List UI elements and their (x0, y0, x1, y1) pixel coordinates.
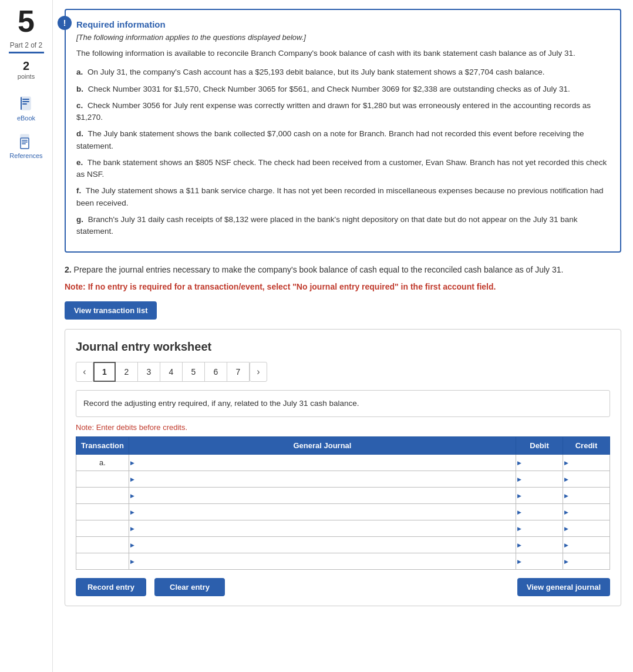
page-5-button[interactable]: 5 (183, 362, 205, 382)
page-7-button[interactable]: 7 (227, 362, 250, 382)
worksheet-container: Journal entry worksheet ‹ 1 2 3 4 5 6 7 … (65, 329, 621, 606)
credit-input-cell[interactable] (563, 520, 610, 537)
debit-input-cell[interactable] (516, 471, 563, 488)
page-2-button[interactable]: 2 (116, 362, 138, 382)
credit-input-cell[interactable] (563, 471, 610, 488)
journal-input-cell[interactable] (129, 488, 516, 504)
header-transaction: Transaction (76, 437, 129, 455)
credit-input-cell[interactable] (563, 504, 610, 520)
journal-input-cell[interactable] (129, 537, 516, 553)
ebook-icon (16, 93, 37, 115)
ebook-label: eBook (17, 115, 35, 122)
header-credit: Credit (563, 437, 610, 455)
references-label: References (9, 152, 42, 159)
journal-input-cell[interactable] (129, 455, 516, 471)
debit-input[interactable] (516, 471, 563, 487)
references-icon (15, 131, 36, 152)
credit-input[interactable] (563, 504, 610, 520)
journal-input[interactable] (129, 471, 516, 487)
header-journal: General Journal (129, 437, 516, 455)
prev-page-button[interactable]: ‹ (76, 362, 93, 382)
transaction-label (76, 471, 129, 488)
debit-input-cell[interactable] (516, 537, 563, 553)
description-box: Record the adjusting entry required, if … (76, 390, 610, 417)
transaction-label (76, 504, 129, 520)
view-transaction-section: View transaction list (65, 301, 621, 320)
debit-input-cell[interactable] (516, 488, 563, 504)
credit-input[interactable] (563, 488, 610, 503)
credit-input[interactable] (563, 520, 610, 536)
references-button[interactable]: References (9, 131, 42, 159)
svg-rect-2 (22, 101, 29, 102)
journal-input-cell[interactable] (129, 504, 516, 520)
svg-rect-7 (22, 140, 28, 141)
journal-input[interactable] (129, 537, 516, 553)
credit-input-cell[interactable] (563, 553, 610, 570)
view-general-journal-button[interactable]: View general journal (517, 578, 610, 596)
list-item: d. The July bank statement shows the ban… (76, 128, 610, 152)
debit-input-cell[interactable] (516, 455, 563, 471)
debit-input[interactable] (516, 455, 563, 471)
debit-input[interactable] (516, 537, 563, 553)
list-item: f. The July statement shows a $11 bank s… (76, 185, 610, 209)
transaction-label (76, 520, 129, 537)
ebook-button[interactable]: eBook (16, 93, 37, 122)
svg-rect-3 (22, 103, 27, 105)
next-page-button[interactable]: › (250, 362, 267, 382)
debit-input[interactable] (516, 504, 563, 520)
transaction-label (76, 488, 129, 504)
journal-input[interactable] (129, 553, 516, 569)
list-item: g. Branch's July 31 daily cash receipts … (76, 214, 610, 238)
info-icon: ! (58, 16, 72, 30)
sidebar-points: 2 (23, 59, 29, 73)
view-transaction-button[interactable]: View transaction list (65, 301, 157, 320)
debit-input-cell[interactable] (516, 520, 563, 537)
header-debit: Debit (516, 437, 563, 455)
journal-table: Transaction General Journal Debit Credit… (76, 436, 610, 570)
credit-input[interactable] (563, 553, 610, 569)
sidebar-part: Part 2 of 2 (10, 41, 42, 49)
debit-input[interactable] (516, 488, 563, 503)
journal-input-cell[interactable] (129, 471, 516, 488)
journal-input[interactable] (129, 455, 516, 471)
transaction-label (76, 537, 129, 553)
credit-input[interactable] (563, 471, 610, 487)
page-6-button[interactable]: 6 (205, 362, 227, 382)
page-4-button[interactable]: 4 (160, 362, 183, 382)
clear-entry-button[interactable]: Clear entry (154, 578, 225, 596)
debit-input-cell[interactable] (516, 553, 563, 570)
list-item: e. The bank statement shows an $805 NSF … (76, 157, 610, 181)
credit-input[interactable] (563, 537, 610, 553)
svg-rect-9 (22, 143, 26, 145)
pagination: ‹ 1 2 3 4 5 6 7 › (76, 362, 610, 382)
journal-input[interactable] (129, 520, 516, 536)
journal-input[interactable] (129, 488, 516, 503)
page-3-button[interactable]: 3 (138, 362, 160, 382)
table-row (76, 520, 610, 537)
credit-input-cell[interactable] (563, 455, 610, 471)
page-1-button[interactable]: 1 (93, 362, 116, 382)
note-debits: Note: Enter debits before credits. (76, 423, 610, 432)
journal-input-cell[interactable] (129, 553, 516, 570)
credit-input-cell[interactable] (563, 488, 610, 504)
journal-input[interactable] (129, 504, 516, 520)
credit-input[interactable] (563, 455, 610, 471)
sidebar-number: 5 (18, 6, 35, 36)
debit-input-cell[interactable] (516, 504, 563, 520)
transaction-label: a. (76, 455, 129, 471)
journal-input-cell[interactable] (129, 520, 516, 537)
question-text: 2. Prepare the journal entries necessary… (65, 263, 621, 276)
info-box: ! Required information [The following in… (65, 9, 621, 253)
debit-input[interactable] (516, 553, 563, 569)
info-box-title: Required information (76, 19, 610, 29)
table-row: a. (76, 455, 610, 471)
info-box-subtitle: [The following information applies to th… (76, 33, 610, 42)
debit-input[interactable] (516, 520, 563, 536)
sidebar: 5 Part 2 of 2 2 points eBook (0, 0, 53, 672)
main-content: ! Required information [The following in… (53, 0, 633, 672)
credit-input-cell[interactable] (563, 537, 610, 553)
svg-rect-8 (22, 142, 28, 143)
question-note: Note: If no entry is required for a tran… (65, 280, 621, 293)
record-entry-button[interactable]: Record entry (76, 578, 146, 596)
table-row (76, 488, 610, 504)
